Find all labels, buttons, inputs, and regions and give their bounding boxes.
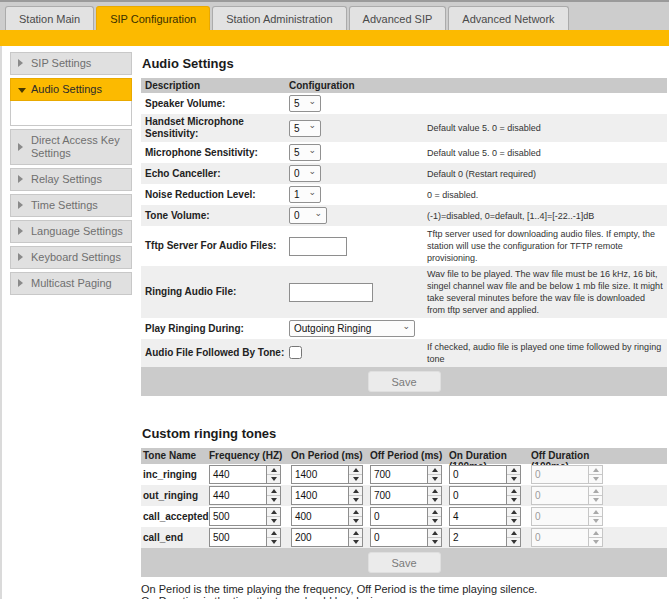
- out-ringing-on-duration-input[interactable]: 0: [449, 486, 521, 505]
- table-row: call_accepted 500 400 0 4 0: [141, 506, 667, 527]
- sidebar-item-language-settings[interactable]: Language Settings: [10, 220, 132, 243]
- audio-settings-table: Description Configuration Speaker Volume…: [141, 78, 667, 396]
- spinner-up-icon[interactable]: [428, 508, 441, 517]
- spinner-down-icon[interactable]: [507, 496, 520, 504]
- speaker-volume-select[interactable]: 5: [289, 95, 321, 112]
- handset-microphone-sensitivity-select[interactable]: 5: [289, 120, 321, 137]
- column-header-on-duration: On Duration (100ms): [449, 450, 531, 462]
- spinner-down-icon[interactable]: [428, 475, 441, 483]
- row-label: Play Ringing During:: [141, 323, 289, 335]
- tab-advanced-network[interactable]: Advanced Network: [448, 6, 568, 30]
- call-end-off-period-input[interactable]: 0: [370, 528, 442, 547]
- audio-settings-title: Audio Settings: [142, 56, 668, 71]
- sidebar-item-direct-access-key-settings[interactable]: Direct Access Key Settings: [10, 129, 132, 165]
- spinner-up-icon[interactable]: [507, 529, 520, 538]
- call-accepted-on-duration-input[interactable]: 4: [449, 507, 521, 526]
- spinner-up-icon[interactable]: [428, 529, 441, 538]
- call-end-off-duration-input: 0: [531, 528, 603, 547]
- spinner-up-icon[interactable]: [507, 466, 520, 475]
- sidebar-item-label: Time Settings: [31, 199, 98, 212]
- custom-tones-save-button[interactable]: Save: [368, 552, 441, 573]
- spinner-up-icon[interactable]: [428, 487, 441, 496]
- spinner-down-icon[interactable]: [507, 475, 520, 483]
- row-label: Echo Canceller:: [141, 168, 289, 180]
- out-ringing-on-period-input[interactable]: 1400: [291, 486, 363, 505]
- spinner-down-icon[interactable]: [349, 538, 362, 546]
- audio-file-followed-by-tone-checkbox[interactable]: [289, 346, 302, 359]
- play-ringing-during-select[interactable]: Outgoing Ringing: [289, 320, 415, 337]
- spinner-down-icon[interactable]: [349, 517, 362, 525]
- spinner-up-icon[interactable]: [428, 466, 441, 475]
- tab-station-administration[interactable]: Station Administration: [212, 6, 346, 30]
- sidebar-item-time-settings[interactable]: Time Settings: [10, 194, 132, 217]
- call-accepted-off-period-input[interactable]: 0: [370, 507, 442, 526]
- tftp-server-input[interactable]: [289, 237, 347, 256]
- spinner-down-icon[interactable]: [267, 475, 280, 483]
- call-end-frequency-input[interactable]: 500: [209, 528, 281, 547]
- tone-volume-select[interactable]: 0: [289, 207, 327, 224]
- spinner-up-icon[interactable]: [349, 529, 362, 538]
- sidebar-item-label: Language Settings: [31, 225, 123, 238]
- spinner-down-icon[interactable]: [507, 538, 520, 546]
- tab-station-main[interactable]: Station Main: [5, 6, 94, 30]
- chevron-right-icon: [18, 57, 25, 70]
- inc-ringing-off-period-input[interactable]: 700: [370, 465, 442, 484]
- chevron-right-icon: [18, 141, 25, 154]
- spinner-down-icon[interactable]: [267, 496, 280, 504]
- spinner-up-icon[interactable]: [507, 487, 520, 496]
- row-label: Speaker Volume:: [141, 98, 289, 110]
- echo-canceller-select[interactable]: 0: [289, 165, 321, 182]
- spinner-down-icon[interactable]: [428, 496, 441, 504]
- sidebar-item-label: SIP Settings: [31, 57, 91, 70]
- spinner-down-icon[interactable]: [349, 496, 362, 504]
- inc-ringing-on-duration-input[interactable]: 0: [449, 465, 521, 484]
- spinner-up-icon[interactable]: [267, 508, 280, 517]
- spinner-down-icon[interactable]: [428, 517, 441, 525]
- spinner-down-icon[interactable]: [428, 538, 441, 546]
- sidebar-item-label: Relay Settings: [31, 173, 102, 186]
- out-ringing-frequency-input[interactable]: 440: [209, 486, 281, 505]
- call-end-on-period-input[interactable]: 200: [291, 528, 363, 547]
- spinner-up-icon[interactable]: [267, 529, 280, 538]
- microphone-sensitivity-select[interactable]: 5: [289, 144, 321, 161]
- call-end-on-duration-input[interactable]: 2: [449, 528, 521, 547]
- spinner-down-icon[interactable]: [349, 475, 362, 483]
- sidebar-item-keyboard-settings[interactable]: Keyboard Settings: [10, 246, 132, 269]
- sidebar-item-audio-settings[interactable]: Audio Settings: [10, 78, 132, 101]
- row-label: Tftp Server For Audio Files:: [141, 240, 289, 252]
- note-line: On Period is the time playing the freque…: [141, 583, 668, 595]
- spinner-down-icon[interactable]: [267, 538, 280, 546]
- column-header-description: Description: [141, 80, 289, 91]
- out-ringing-off-period-input[interactable]: 700: [370, 486, 442, 505]
- spinner-down-icon[interactable]: [267, 517, 280, 525]
- sidebar-item-multicast-paging[interactable]: Multicast Paging: [10, 272, 132, 295]
- tab-sip-configuration[interactable]: SIP Configuration: [96, 6, 210, 30]
- table-row: Ringing Audio File: Wav file to be playe…: [141, 266, 667, 318]
- spinner-down-icon: [589, 517, 602, 525]
- page-content: SIP Settings Audio Settings Direct Acces…: [0, 46, 669, 599]
- spinner-up-icon[interactable]: [349, 508, 362, 517]
- spinner-up-icon[interactable]: [267, 487, 280, 496]
- spinner-up-icon[interactable]: [349, 466, 362, 475]
- ringing-audio-file-input[interactable]: [289, 283, 373, 302]
- row-label: Handset Microphone Sensitivity:: [141, 116, 289, 140]
- table-row: Audio File Followed By Tone: If checked,…: [141, 339, 667, 367]
- spinner-up-icon[interactable]: [507, 508, 520, 517]
- table-row: Noise Reduction Level: 1 0 = disabled.: [141, 184, 667, 205]
- spinner-down-icon: [589, 475, 602, 483]
- noise-reduction-level-select[interactable]: 1: [289, 186, 321, 203]
- call-accepted-on-period-input[interactable]: 400: [291, 507, 363, 526]
- spinner-down-icon[interactable]: [507, 517, 520, 525]
- spinner-up-icon: [589, 508, 602, 517]
- call-accepted-frequency-input[interactable]: 500: [209, 507, 281, 526]
- sidebar-item-relay-settings[interactable]: Relay Settings: [10, 168, 132, 191]
- inc-ringing-on-period-input[interactable]: 1400: [291, 465, 363, 484]
- spinner-up-icon[interactable]: [349, 487, 362, 496]
- audio-settings-save-button[interactable]: Save: [368, 371, 441, 392]
- tone-name: call_end: [141, 532, 209, 543]
- tab-advanced-sip[interactable]: Advanced SIP: [349, 6, 447, 30]
- sidebar-item-sip-settings[interactable]: SIP Settings: [10, 52, 132, 75]
- table-header-row: Description Configuration: [141, 78, 667, 93]
- inc-ringing-frequency-input[interactable]: 440: [209, 465, 281, 484]
- spinner-up-icon[interactable]: [267, 466, 280, 475]
